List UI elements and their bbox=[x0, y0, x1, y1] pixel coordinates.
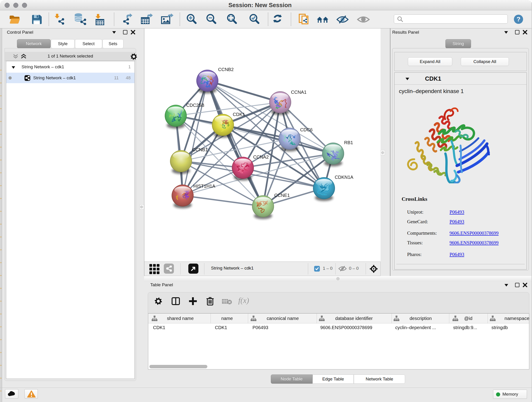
svg-text:?: ? bbox=[516, 16, 520, 23]
